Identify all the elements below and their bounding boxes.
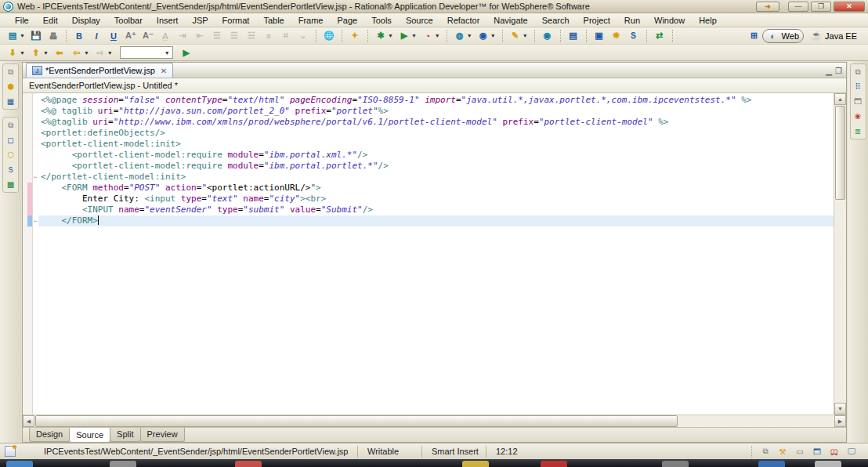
outline-icon[interactable]: ◻ <box>5 134 17 146</box>
mode-tab-preview[interactable]: Preview <box>140 428 185 442</box>
menu-file[interactable]: File <box>8 14 36 27</box>
taskbar-item[interactable] <box>462 461 489 467</box>
link-tools-button[interactable]: ✎▼ <box>507 29 530 43</box>
open-perspective-icon[interactable]: ⊞ <box>748 30 761 42</box>
styles-icon[interactable]: ▩ <box>5 179 17 190</box>
save-button[interactable]: 💾 <box>27 29 45 43</box>
menu-display[interactable]: Display <box>65 14 107 27</box>
horizontal-scroll-thumb[interactable] <box>35 415 678 427</box>
folding-margin[interactable]: ⌐⌐ <box>33 93 38 415</box>
taskbar-item[interactable] <box>110 461 136 467</box>
run-button[interactable]: ▶▼ <box>396 29 419 43</box>
servers-icon[interactable]: ≣ <box>852 125 864 137</box>
menu-navigate[interactable]: Navigate <box>486 14 534 27</box>
new-snippet-button[interactable]: Ｓ <box>625 29 642 43</box>
new-jsp-button[interactable]: ▣ <box>591 29 608 43</box>
taskbar-item[interactable] <box>815 461 841 467</box>
bookmarks-icon[interactable]: 🕮 <box>829 446 840 458</box>
code-line[interactable]: <portlet-client-model:require module="ib… <box>38 150 834 161</box>
profile-button[interactable]: ◔▼ <box>419 29 443 43</box>
menu-run[interactable]: Run <box>617 14 647 27</box>
back-button[interactable]: ⇦▼ <box>68 45 92 60</box>
dropdown-arrow-icon[interactable]: ▼ <box>43 50 49 56</box>
font-increase-button[interactable]: A⁺ <box>122 29 139 43</box>
next-annotation-button[interactable]: ⬇▼ <box>4 45 27 60</box>
internet-button[interactable]: ◉ <box>539 29 556 43</box>
palette-icon[interactable]: ▦ <box>5 96 17 107</box>
menu-toolbar[interactable]: Toolbar <box>107 14 150 27</box>
windows-taskbar[interactable] <box>0 459 868 467</box>
menu-source[interactable]: Source <box>399 14 440 27</box>
restore-tray-icon[interactable]: ⧉ <box>760 446 771 458</box>
horizontal-scrollbar[interactable]: ◀ ▶ <box>23 415 846 427</box>
filter-icon[interactable]: ⚒ <box>777 446 788 458</box>
dropdown-arrow-icon[interactable]: ▼ <box>84 50 89 56</box>
taskbar-item[interactable] <box>662 461 689 467</box>
perspective-web[interactable]: ◐Web <box>762 29 804 43</box>
taskbar-item[interactable] <box>6 461 33 467</box>
menu-search[interactable]: Search <box>535 14 577 27</box>
underline-button[interactable]: U <box>105 29 122 43</box>
mode-tab-design[interactable]: Design <box>29 428 70 442</box>
font-decrease-button[interactable]: A⁻ <box>139 29 157 43</box>
code-line[interactable]: </FORM> <box>38 215 834 226</box>
combo-dropdown-icon[interactable]: ▼ <box>162 50 172 56</box>
close-button[interactable]: ✕ <box>834 2 865 12</box>
view-maximize-icon[interactable]: ❐ <box>835 67 842 75</box>
code-line[interactable]: <%@page session="false" contentType="tex… <box>38 95 834 106</box>
menu-frame[interactable]: Frame <box>291 14 331 27</box>
code-line[interactable]: <portlet-client-model:require module="ib… <box>38 161 834 172</box>
bold-button[interactable]: B <box>71 29 88 43</box>
menu-project[interactable]: Project <box>577 14 617 27</box>
console-icon[interactable]: ▭ <box>794 446 805 458</box>
thumbnail-icon[interactable]: 🗔 <box>852 96 864 107</box>
restore-view-icon[interactable]: ⧉ <box>5 66 17 78</box>
scroll-up-icon[interactable]: ▲ <box>834 93 846 105</box>
sync-button[interactable]: ⇄ <box>651 29 668 43</box>
vertical-scroll-thumb[interactable] <box>835 106 845 200</box>
scroll-right-icon[interactable]: ▶ <box>834 415 846 427</box>
colors-icon[interactable]: ❀ <box>852 110 864 122</box>
annotation-ruler[interactable] <box>23 93 33 415</box>
insert-link-button[interactable]: 🌐 <box>320 29 338 43</box>
launch-button[interactable]: ▶ <box>178 45 195 60</box>
debug-button[interactable]: ✱▼ <box>372 29 396 43</box>
menu-table[interactable]: Table <box>256 14 291 27</box>
titlebar-arrow-button[interactable]: ➜ <box>756 2 779 12</box>
snippets-icon[interactable]: Ｓ <box>5 164 17 176</box>
maximize-button[interactable]: ❐ <box>811 2 831 12</box>
editor-tab[interactable]: J *EventSenderPortletView.jsp ✕ <box>26 63 173 78</box>
display-view-icon[interactable]: 🗔 <box>812 446 823 458</box>
menu-tools[interactable]: Tools <box>364 14 399 27</box>
fold-end-icon[interactable]: ⌐ <box>33 172 38 183</box>
perspective-java-ee[interactable]: ☕Java EE <box>805 29 862 43</box>
menu-window[interactable]: Window <box>647 14 692 27</box>
mode-tab-source[interactable]: Source <box>69 428 110 443</box>
page-properties-button[interactable]: ▤ <box>565 29 582 43</box>
restore-view-icon[interactable]: ⧉ <box>852 66 864 78</box>
menu-help[interactable]: Help <box>692 14 724 27</box>
tab-close-icon[interactable]: ✕ <box>158 67 167 75</box>
code-line[interactable]: <portlet:defineObjects/> <box>38 128 834 139</box>
insert-script-button[interactable]: ✦ <box>346 29 363 43</box>
taskbar-item[interactable] <box>758 461 785 467</box>
dropdown-arrow-icon[interactable]: ▼ <box>490 33 496 38</box>
last-edit-location-button[interactable]: ⬅ <box>51 45 68 60</box>
minimize-button[interactable]: — <box>788 2 808 12</box>
menu-jsp[interactable]: JSP <box>185 14 215 27</box>
menu-format[interactable]: Format <box>215 14 257 27</box>
previous-annotation-button[interactable]: ⬆▼ <box>27 45 51 60</box>
new-wizard-button[interactable]: ▤▼ <box>4 29 27 43</box>
fold-end-icon[interactable]: ⌐ <box>33 215 38 226</box>
vertical-scrollbar[interactable]: ▲ ▼ <box>834 93 846 415</box>
code-line[interactable]: <FORM method="POST" action="<portlet:act… <box>38 183 834 194</box>
screen-icon[interactable]: 🖵 <box>846 446 857 458</box>
code-area[interactable]: <%@page session="false" contentType="tex… <box>38 93 834 415</box>
open-browser-button[interactable]: ◉▼ <box>475 29 498 43</box>
new-web-project-button[interactable]: ◍▼ <box>451 29 475 43</box>
restore-view-icon[interactable]: ⧉ <box>5 119 17 131</box>
view-minimize-icon[interactable]: ▁ <box>826 67 832 75</box>
code-line[interactable]: <%@taglib uri="http://www.ibm.com/xmlns/… <box>38 117 834 128</box>
menu-insert[interactable]: Insert <box>150 14 186 27</box>
project-explorer-icon[interactable]: ⬢ <box>5 81 17 92</box>
